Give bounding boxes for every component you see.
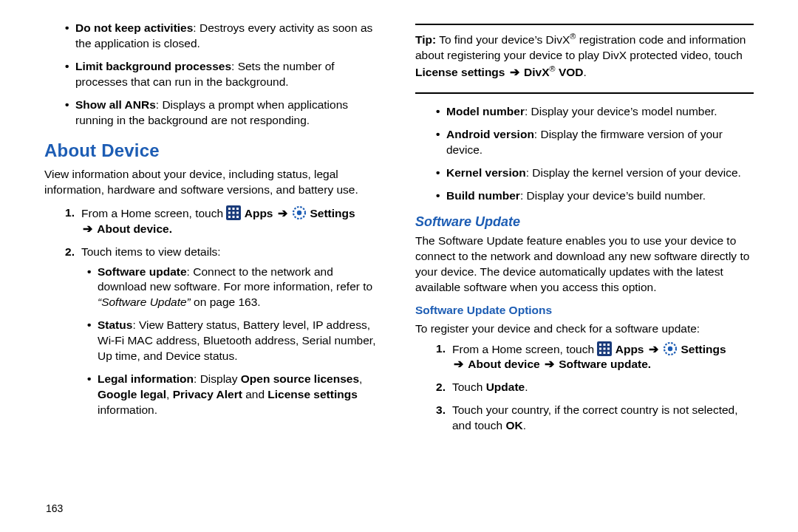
step-text: Touch items to view details: <box>81 245 221 258</box>
svg-rect-1 <box>228 208 231 210</box>
svg-rect-17 <box>604 347 606 349</box>
tip-block: Tip: To find your device’s DivX® registr… <box>415 31 754 81</box>
apps-label: Apps <box>615 343 644 355</box>
apps-icon <box>597 341 612 356</box>
cross-reference: “Software Update” <box>98 296 191 308</box>
page: Do not keep activities: Destroys every a… <box>0 0 798 532</box>
open-source-licenses-label: Open source licenses <box>241 372 359 385</box>
svg-rect-2 <box>233 208 235 210</box>
item-text: : Display your device’s model number. <box>525 105 717 117</box>
software-update-options-heading: Software Update Options <box>415 303 754 318</box>
step-text: Touch <box>452 381 486 393</box>
license-settings-label: License settings <box>267 388 357 400</box>
item-text: on page 163. <box>191 296 261 308</box>
arrow-icon: ➔ <box>543 358 556 370</box>
device-info-list: Model number: Display your device’s mode… <box>415 104 754 204</box>
item-label: Limit background processes <box>75 60 231 72</box>
arrow-icon: ➔ <box>276 207 289 219</box>
arrow-icon: ➔ <box>452 358 465 370</box>
item-label: Do not keep activities <box>75 21 193 34</box>
about-device-steps: From a Home screen, touch Apps ➔ Setting… <box>44 205 383 418</box>
step-text: From a Home screen, touch <box>81 207 226 219</box>
svg-rect-16 <box>599 347 601 349</box>
about-device-intro: View information about your device, incl… <box>44 167 383 198</box>
item-label: Kernel version <box>446 166 526 179</box>
step-item: Touch your country, if the correct count… <box>436 403 754 434</box>
settings-label: Settings <box>681 343 726 355</box>
arrow-icon: ➔ <box>508 66 521 78</box>
apps-label: Apps <box>245 207 273 219</box>
apps-icon <box>226 205 241 220</box>
software-update-options-intro: To register your device and check for a … <box>415 321 754 337</box>
page-number: 163 <box>46 502 63 516</box>
software-update-intro: The Software Update feature enables you … <box>415 233 754 296</box>
item-label: Legal information <box>98 372 194 385</box>
svg-rect-5 <box>233 211 235 214</box>
item-label: Show all ANRs <box>75 98 156 111</box>
settings-icon <box>663 341 678 356</box>
item-label: Software update <box>98 265 187 278</box>
list-item: Build number: Display your device’s buil… <box>436 188 754 204</box>
list-item: Model number: Display your device’s mode… <box>436 104 754 120</box>
step-text: From a Home screen, touch <box>452 343 597 355</box>
software-update-label: Software update <box>559 358 648 370</box>
svg-rect-13 <box>599 344 601 346</box>
list-item: Android version: Display the firmware ve… <box>436 127 754 158</box>
settings-icon <box>292 205 307 220</box>
svg-rect-7 <box>228 216 231 218</box>
svg-rect-3 <box>236 208 239 210</box>
item-label: Build number <box>446 189 520 202</box>
step-item: Touch Update. <box>436 380 754 395</box>
left-column: Do not keep activities: Destroys every a… <box>15 21 399 517</box>
item-text: information. <box>98 403 157 416</box>
privacy-alert-label: Privacy Alert <box>173 388 242 400</box>
step-item: Touch items to view details: Software up… <box>65 245 383 418</box>
about-device-details-list: Software update: Connect to the network … <box>81 265 383 418</box>
svg-rect-19 <box>599 352 601 354</box>
item-label: Model number <box>446 105 525 117</box>
svg-rect-14 <box>604 344 606 346</box>
svg-rect-15 <box>607 344 610 346</box>
arrow-icon: ➔ <box>81 222 94 235</box>
google-legal-label: Google legal <box>98 388 166 400</box>
svg-point-23 <box>668 346 672 350</box>
svg-rect-9 <box>236 216 239 218</box>
software-update-steps: From a Home screen, touch Apps ➔ Setting… <box>415 341 754 434</box>
about-device-label: About device <box>468 358 539 370</box>
list-item: Status: View Battery status, Battery lev… <box>87 318 383 364</box>
item-text: : View Battery status, Battery level, IP… <box>98 318 375 362</box>
divx-label: DivX <box>524 66 549 78</box>
svg-rect-21 <box>607 352 610 354</box>
item-label: Android version <box>446 128 534 140</box>
list-item: Kernel version: Display the kernel versi… <box>436 166 754 181</box>
list-item: Software update: Connect to the network … <box>87 265 383 311</box>
tip-text: To find your device’s DivX <box>436 33 570 46</box>
svg-rect-20 <box>604 352 606 354</box>
list-item: Legal information: Display Open source l… <box>87 372 383 418</box>
software-update-heading: Software Update <box>415 213 754 231</box>
step-text: Touch your country, if the correct count… <box>452 403 738 432</box>
svg-rect-18 <box>607 347 610 349</box>
update-label: Update <box>486 381 525 393</box>
developer-options-list: Do not keep activities: Destroys every a… <box>44 21 383 129</box>
license-settings-label: License settings <box>415 66 505 78</box>
svg-point-11 <box>297 211 301 215</box>
step-item: From a Home screen, touch Apps ➔ Setting… <box>65 205 383 237</box>
step-item: From a Home screen, touch Apps ➔ Setting… <box>436 341 754 373</box>
horizontal-rule <box>415 24 754 25</box>
right-column: Tip: To find your device’s DivX® registr… <box>399 21 783 517</box>
list-item: Do not keep activities: Destroys every a… <box>65 21 383 52</box>
ok-label: OK <box>505 419 522 432</box>
item-label: Status <box>98 318 132 331</box>
tip-label: Tip: <box>415 33 436 46</box>
list-item: Show all ANRs: Displays a prompt when ap… <box>65 98 383 129</box>
svg-rect-6 <box>236 211 239 214</box>
svg-rect-4 <box>228 211 231 214</box>
settings-label: Settings <box>310 207 355 219</box>
item-text: : Display <box>194 372 241 385</box>
vod-label: VOD <box>559 66 584 78</box>
svg-rect-8 <box>233 216 235 218</box>
registered-mark: ® <box>550 64 556 73</box>
item-text: : Display your device’s build number. <box>520 189 706 202</box>
horizontal-rule <box>415 92 754 94</box>
